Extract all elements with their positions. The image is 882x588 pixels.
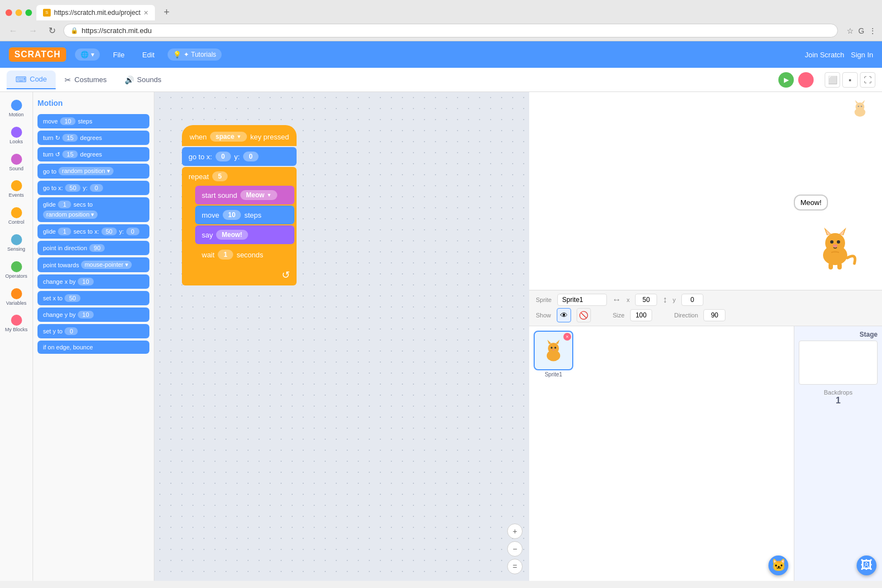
palette-block-change-y[interactable]: change y by 10	[37, 308, 149, 322]
move-input[interactable]: 10	[223, 210, 241, 220]
join-scratch-button[interactable]: Join Scratch	[805, 51, 845, 59]
back-button[interactable]: ←	[6, 25, 21, 37]
category-variables[interactable]: Variables	[2, 285, 31, 310]
sprite-direction-input[interactable]	[703, 309, 725, 321]
scratch-tabs: ⌨ Code ✂ Costumes 🔊 Sounds ⬜ ▪ ⛶	[0, 68, 882, 92]
palette-block-glide-xy[interactable]: glide 1 secs to x: 50 y: 0	[37, 224, 149, 239]
palette-block-turn-left[interactable]: turn ↺ 15 degrees	[37, 147, 149, 161]
add-sprite-icon: 🐱	[771, 558, 786, 573]
category-sound[interactable]: Sound	[2, 150, 31, 175]
refresh-button[interactable]: ↻	[45, 24, 59, 37]
sprite-delete-button[interactable]: ×	[563, 333, 571, 341]
palette-block-glide-random[interactable]: glide 1 secs to random position ▾	[37, 197, 149, 222]
svg-point-15	[858, 106, 859, 107]
variables-dot	[11, 288, 22, 299]
palette-block-set-y[interactable]: set y to 0	[37, 324, 149, 338]
sprite-y-input[interactable]	[681, 294, 703, 306]
block-say[interactable]: say Meow!	[195, 225, 294, 244]
category-motion[interactable]: Motion	[2, 96, 31, 121]
sign-in-button[interactable]: Sign In	[851, 51, 873, 59]
small-stage-button[interactable]: ▪	[842, 72, 858, 88]
zoom-out-button[interactable]: −	[507, 541, 523, 557]
maximize-dot[interactable]	[25, 9, 32, 16]
bookmark-icon[interactable]: ☆	[847, 26, 854, 35]
tab-sounds[interactable]: 🔊 Sounds	[116, 71, 170, 89]
normal-view-button[interactable]: ⬜	[825, 72, 840, 88]
sprite-item-sprite1[interactable]: × Sp	[534, 331, 573, 377]
repeat-label: repeat	[189, 172, 209, 181]
show-hidden-button[interactable]: 🚫	[577, 308, 591, 322]
menu-icon[interactable]: ⋮	[869, 26, 876, 35]
category-events[interactable]: Events	[2, 177, 31, 202]
say-input[interactable]: Meow!	[216, 230, 248, 240]
zoom-in-button[interactable]: +	[507, 524, 523, 539]
wait-label: wait	[202, 251, 214, 259]
add-backdrop-button[interactable]: 🖼	[857, 555, 876, 575]
tab-code[interactable]: ⌨ Code	[7, 71, 56, 89]
stage-thumbnail[interactable]	[799, 341, 878, 385]
sprite-name-input[interactable]	[557, 294, 607, 306]
sensing-label: Sensing	[7, 246, 25, 252]
category-myblocks[interactable]: My Blocks	[2, 311, 31, 336]
sprite-size-input[interactable]	[630, 309, 652, 321]
globe-menu[interactable]: 🌐 ▾	[75, 48, 100, 61]
wait-input[interactable]: 1	[218, 250, 233, 260]
palette-block-goto-xy[interactable]: go to x: 50 y: 0	[37, 181, 149, 195]
edit-menu[interactable]: Edit	[138, 48, 159, 61]
address-bar[interactable]: 🔒 https://scratch.mit.edu	[63, 24, 838, 37]
palette-block-point-towards[interactable]: point towards mouse-pointer ▾	[37, 257, 149, 272]
sound-label: start sound	[202, 191, 237, 199]
motion-dot	[11, 100, 22, 111]
goto-y-input[interactable]: 0	[243, 152, 259, 161]
block-start-sound[interactable]: start sound Meow	[195, 186, 294, 204]
category-control[interactable]: Control	[2, 204, 31, 229]
tab-close-button[interactable]: ×	[144, 8, 148, 17]
palette-block-move[interactable]: move 10 steps	[37, 114, 149, 128]
block-goto-xy[interactable]: go to x: 0 y: 0	[182, 147, 297, 166]
sprite-thumb-svg	[540, 337, 567, 364]
svg-point-6	[830, 240, 833, 244]
category-looks[interactable]: Looks	[2, 123, 31, 148]
palette-title: Motion	[37, 96, 149, 112]
palette-block-set-x[interactable]: set x to 50	[37, 291, 149, 305]
block-when-key-pressed[interactable]: when space key pressed	[182, 125, 297, 146]
file-menu[interactable]: File	[109, 48, 129, 61]
sprites-stage-row: × Sp	[529, 326, 882, 581]
repeat-input[interactable]: 5	[212, 171, 228, 181]
move-label: move	[202, 211, 219, 219]
add-sprite-button[interactable]: 🐱	[768, 555, 788, 575]
code-area[interactable]: when space key pressed go to x: 0 y: 0	[154, 92, 529, 581]
tab-costumes[interactable]: ✂ Costumes	[56, 71, 116, 89]
fullscreen-button[interactable]: ⛶	[860, 72, 875, 88]
account-icon[interactable]: G	[858, 26, 864, 35]
block-wait[interactable]: wait 1 seconds	[195, 245, 294, 264]
tutorials-button[interactable]: 💡 ✦ Tutorials	[168, 48, 222, 61]
forward-button[interactable]: →	[25, 25, 41, 37]
sprite-x-input[interactable]	[635, 294, 657, 306]
sprites-section: × Sp	[529, 326, 794, 581]
show-visible-button[interactable]: 👁	[557, 308, 571, 322]
zoom-reset-button[interactable]: =	[507, 559, 523, 574]
palette-block-turn-right[interactable]: turn ↻ 15 degrees	[37, 131, 149, 145]
block-repeat[interactable]: repeat 5 start sound Meow	[182, 167, 297, 285]
palette-block-bounce[interactable]: if on edge, bounce	[37, 341, 149, 354]
nav-right: Join Scratch Sign In	[805, 51, 873, 59]
goto-label: go to x:	[189, 153, 212, 161]
palette-block-change-x[interactable]: change x by 10	[37, 274, 149, 289]
browser-tab[interactable]: S https://scratch.mit.edu/project ×	[36, 5, 155, 20]
red-stop-button[interactable]	[798, 72, 814, 88]
svg-marker-14	[862, 100, 865, 103]
category-operators[interactable]: Operators	[2, 258, 31, 283]
close-dot[interactable]	[6, 9, 12, 16]
palette-block-goto-random[interactable]: go to random position ▾	[37, 164, 149, 179]
key-dropdown[interactable]: space	[210, 132, 247, 142]
palette-block-point-direction[interactable]: point in direction 90	[37, 241, 149, 255]
minimize-dot[interactable]	[15, 9, 22, 16]
sound-dropdown[interactable]: Meow	[240, 190, 277, 200]
green-flag-button[interactable]	[778, 72, 794, 88]
scratch-logo[interactable]: SCRATCH	[9, 47, 66, 62]
block-move[interactable]: move 10 steps	[195, 206, 294, 224]
category-sensing[interactable]: Sensing	[2, 231, 31, 256]
new-tab-button[interactable]: +	[159, 4, 174, 20]
goto-x-input[interactable]: 0	[216, 152, 231, 161]
